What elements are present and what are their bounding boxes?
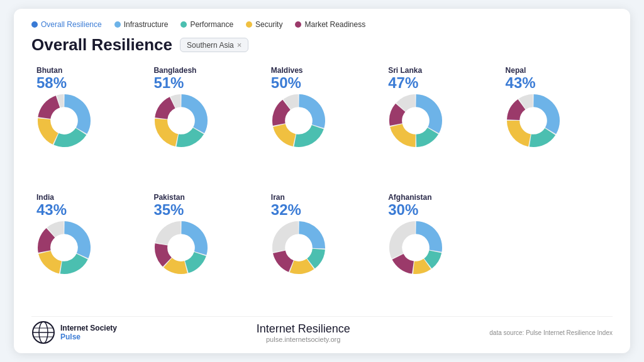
donut-chart bbox=[36, 93, 93, 150]
country-pct: 58% bbox=[36, 75, 67, 90]
legend-item: Market Readiness bbox=[295, 20, 365, 29]
footer-center: Internet Resilience pulse.internetsociet… bbox=[257, 322, 350, 343]
country-pct: 43% bbox=[36, 202, 67, 217]
country-pct: 47% bbox=[388, 75, 418, 90]
country-name: Nepal bbox=[506, 66, 526, 75]
country-pct: 30% bbox=[388, 202, 418, 217]
country-name: Sri Lanka bbox=[388, 66, 422, 75]
legend-dot-icon bbox=[295, 21, 301, 28]
filter-close-icon[interactable]: × bbox=[237, 40, 242, 50]
country-pct: 32% bbox=[271, 202, 301, 217]
legend-item: Security bbox=[246, 20, 282, 29]
country-name: Bhutan bbox=[36, 66, 62, 75]
donut-chart bbox=[271, 93, 328, 150]
donut-chart bbox=[153, 93, 210, 150]
donut-chart bbox=[271, 220, 328, 277]
donut-chart bbox=[506, 93, 562, 150]
chart-card: Iran32% bbox=[266, 190, 378, 311]
legend-item: Performance bbox=[180, 20, 233, 29]
chart-card: Bangladesh51% bbox=[148, 63, 260, 184]
country-name: Iran bbox=[271, 193, 285, 202]
country-pct: 35% bbox=[153, 202, 184, 217]
chart-card: Sri Lanka47% bbox=[383, 63, 495, 184]
country-name: Pakistan bbox=[153, 193, 184, 202]
legend-label: Performance bbox=[190, 20, 233, 29]
legend-dot-icon bbox=[246, 21, 252, 28]
country-pct: 51% bbox=[153, 75, 184, 90]
country-name: Maldives bbox=[271, 66, 303, 75]
filter-tag[interactable]: Southern Asia × bbox=[180, 38, 248, 52]
chart-card: Nepal43% bbox=[501, 63, 613, 184]
footer: Internet Society Pulse Internet Resilien… bbox=[31, 316, 613, 344]
filter-label: Southern Asia bbox=[187, 41, 234, 50]
brand: Internet Society Pulse bbox=[31, 321, 117, 344]
donut-chart bbox=[36, 220, 93, 277]
country-name: Afghanistan bbox=[388, 193, 431, 202]
chart-card: Pakistan35% bbox=[148, 190, 260, 311]
footer-source: data source: Pulse Internet Resilience I… bbox=[489, 329, 613, 336]
country-name: India bbox=[36, 193, 54, 202]
chart-card: Afghanistan30% bbox=[383, 190, 495, 311]
legend-label: Overall Resilience bbox=[41, 20, 102, 29]
page-title: Overall Resilience bbox=[31, 35, 172, 55]
chart-card: India43% bbox=[31, 190, 143, 311]
legend-label: Infrastructure bbox=[124, 20, 169, 29]
donut-chart bbox=[153, 220, 210, 277]
legend-dot-icon bbox=[180, 21, 187, 28]
title-row: Overall Resilience Southern Asia × bbox=[31, 35, 613, 55]
legend-item: Overall Resilience bbox=[31, 20, 102, 29]
country-pct: 43% bbox=[506, 75, 536, 90]
chart-card: Bhutan58% bbox=[31, 63, 143, 184]
donut-chart bbox=[388, 93, 445, 150]
brand-pulse: Pulse bbox=[60, 332, 117, 341]
charts-grid: Bhutan58%Bangladesh51%Maldives50%Sri Lan… bbox=[31, 63, 613, 311]
legend-dot-icon bbox=[114, 21, 121, 28]
country-pct: 50% bbox=[271, 75, 301, 90]
ir-url: pulse.internetsociety.org bbox=[257, 336, 350, 343]
dashboard: Overall ResilienceInfrastructurePerforma… bbox=[14, 9, 630, 353]
legend-label: Market Readiness bbox=[304, 20, 365, 29]
legend-item: Infrastructure bbox=[114, 20, 169, 29]
legend-label: Security bbox=[255, 20, 282, 29]
ir-title: Internet Resilience bbox=[257, 322, 350, 336]
country-name: Bangladesh bbox=[153, 66, 196, 75]
legend: Overall ResilienceInfrastructurePerforma… bbox=[31, 20, 613, 29]
brand-logo-icon bbox=[31, 321, 55, 344]
donut-chart bbox=[388, 220, 445, 277]
legend-dot-icon bbox=[31, 21, 38, 28]
chart-card: Maldives50% bbox=[266, 63, 378, 184]
brand-name: Internet Society bbox=[60, 324, 117, 332]
